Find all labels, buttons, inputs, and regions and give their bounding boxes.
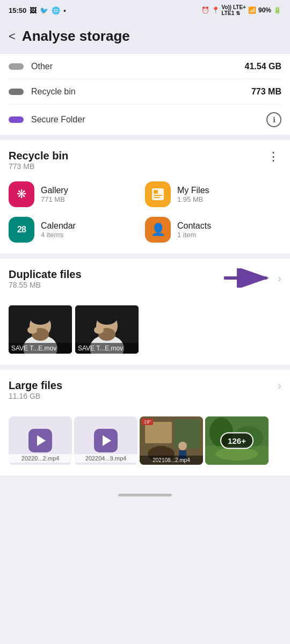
other-label: Other [31, 62, 245, 71]
large-files-header: Large files 11.16 GB › [9, 379, 281, 409]
secure-dot [9, 116, 24, 123]
myfiles-info: My Files 1.95 MB [177, 186, 209, 203]
duplicate-thumb-1[interactable]: SAVE T...E.mov [9, 305, 72, 354]
location-icon: 📍 [212, 6, 220, 14]
volte-icon: Vo)) LTE+LTE1 ⇅ [222, 4, 246, 16]
calendar-info: Calendar 4 items [41, 221, 76, 239]
divider-1 [0, 135, 290, 140]
page-title: Analyse storage [22, 28, 130, 45]
recycle-bin-header: Recycle bin 773 MB ⋮ [9, 150, 281, 179]
duplicate-thumb-1-label: SAVE T...E.mov [9, 343, 72, 354]
play-triangle-2 [103, 435, 111, 446]
storage-list: Other 41.54 GB Recycle bin 773 MB Secure… [0, 54, 290, 135]
divider-3 [0, 364, 290, 370]
status-time: 15:50 [9, 6, 26, 14]
purple-arrow-icon [224, 268, 272, 288]
storage-item-secure[interactable]: Secure Folder ℹ [9, 105, 281, 135]
photo-icon: 🖼 [30, 6, 37, 14]
large-thumb-1-label: 20220...2.mp4 [9, 454, 72, 463]
myfiles-size: 1.95 MB [177, 195, 209, 203]
recycle-bin-subtitle: 773 MB [9, 162, 68, 171]
svg-point-28 [215, 448, 258, 460]
page-header: < Analyse storage [0, 20, 290, 54]
large-files-title: Large files [9, 379, 62, 392]
recycle-bin-section: Recycle bin 773 MB ⋮ ❋ Gallery 771 MB [0, 140, 290, 253]
svg-point-16 [96, 310, 118, 325]
gallery-name: Gallery [41, 186, 68, 195]
large-file-thumbnails: 20220...2.mp4 202204...9.mp4 202108...2.… [9, 416, 281, 465]
back-button[interactable]: < [9, 30, 16, 43]
duplicate-title: Duplicate files [9, 268, 82, 281]
signal-icon: 📶 [248, 6, 256, 14]
calendar-icon: 28 [9, 217, 34, 243]
other-dot [9, 63, 24, 70]
facebook-icon: 🌐 [52, 6, 60, 14]
myfiles-icon [145, 181, 171, 207]
twitter-icon: 🐦 [40, 6, 48, 14]
duplicate-title-group: Duplicate files 78.55 MB [9, 268, 82, 298]
duplicate-arrow-group: › [224, 268, 281, 288]
play-icon-2 [94, 429, 118, 452]
duplicate-chevron-icon[interactable]: › [278, 272, 281, 284]
svg-point-22 [178, 442, 187, 450]
bottom-spacer [0, 475, 290, 486]
duplicate-files-section: Duplicate files 78.55 MB › [0, 259, 290, 364]
battery-text: 90% [258, 6, 271, 14]
recycle-bin-title: Recycle bin [9, 150, 68, 162]
duplicate-subtitle: 78.55 MB [9, 281, 82, 289]
recycle-bin-title-group: Recycle bin 773 MB [9, 150, 68, 179]
large-thumb-1[interactable]: 20220...2.mp4 [9, 416, 72, 465]
svg-point-11 [27, 326, 37, 334]
duplicate-thumbnails: SAVE T...E.mov SAVE T...E.mov [9, 305, 281, 354]
app-item-gallery[interactable]: ❋ Gallery 771 MB [9, 181, 145, 207]
contacts-info: Contacts 1 item [177, 221, 211, 239]
svg-point-17 [94, 326, 104, 334]
status-right: ⏰ 📍 Vo)) LTE+LTE1 ⇅ 📶 90% 🔋 [201, 4, 282, 16]
dot-icon: • [63, 6, 66, 14]
large-thumb-2[interactable]: 202204...9.mp4 [74, 416, 137, 465]
myfiles-svg [151, 187, 165, 201]
large-files-title-group: Large files 11.16 GB [9, 379, 62, 409]
large-files-subtitle: 11.16 GB [9, 392, 62, 400]
storage-item-other[interactable]: Other 41.54 GB [9, 54, 281, 79]
contacts-size: 1 item [177, 231, 211, 239]
svg-rect-20 [175, 419, 200, 449]
other-size: 41.54 GB [245, 62, 281, 71]
large-thumb-2-label: 202204...9.mp4 [74, 454, 137, 463]
app-grid: ❋ Gallery 771 MB My Files 1.95 MB [9, 181, 281, 243]
app-item-contacts[interactable]: 👤 Contacts 1 item [145, 217, 281, 243]
gallery-info: Gallery 771 MB [41, 186, 68, 203]
battery-icon: 🔋 [273, 6, 281, 14]
duplicate-thumb-2[interactable]: SAVE T...E.mov [75, 305, 139, 354]
alarm-icon: ⏰ [201, 6, 209, 14]
svg-rect-3 [154, 197, 160, 198]
recycle-dot [9, 89, 24, 95]
svg-rect-1 [154, 190, 158, 194]
duplicate-header: Duplicate files 78.55 MB › [9, 268, 281, 298]
status-bar: 15:50 🖼 🐦 🌐 • ⏰ 📍 Vo)) LTE+LTE1 ⇅ 📶 90% … [0, 0, 290, 20]
count-badge: 126+ [220, 433, 253, 449]
large-thumb-4[interactable]: 126+ [205, 416, 269, 465]
app-item-calendar[interactable]: 28 Calendar 4 items [9, 217, 145, 243]
info-icon[interactable]: ℹ [266, 112, 281, 127]
bottom-indicator [0, 486, 290, 502]
svg-rect-2 [154, 195, 162, 196]
calendar-size: 4 items [41, 231, 76, 239]
large-thumb-3-label: 202108...2.mp4 [140, 456, 203, 465]
calendar-name: Calendar [41, 221, 76, 231]
more-options-button[interactable]: ⋮ [265, 150, 281, 164]
gallery-icon: ❋ [9, 181, 34, 207]
bottom-pill [118, 494, 172, 496]
play-icon-1 [28, 429, 52, 452]
large-files-chevron-icon[interactable]: › [278, 379, 281, 392]
large-thumb-3[interactable]: 202108...2.mp4 19" [140, 416, 203, 465]
gallery-size: 771 MB [41, 195, 68, 203]
storage-item-recycle[interactable]: Recycle bin 773 MB [9, 79, 281, 105]
recycle-size: 773 MB [251, 87, 281, 97]
contacts-icon: 👤 [145, 217, 171, 243]
secure-label: Secure Folder [31, 115, 266, 125]
myfiles-name: My Files [177, 186, 209, 195]
divider-2 [0, 253, 290, 259]
svg-point-10 [30, 310, 51, 325]
app-item-myfiles[interactable]: My Files 1.95 MB [145, 181, 281, 207]
